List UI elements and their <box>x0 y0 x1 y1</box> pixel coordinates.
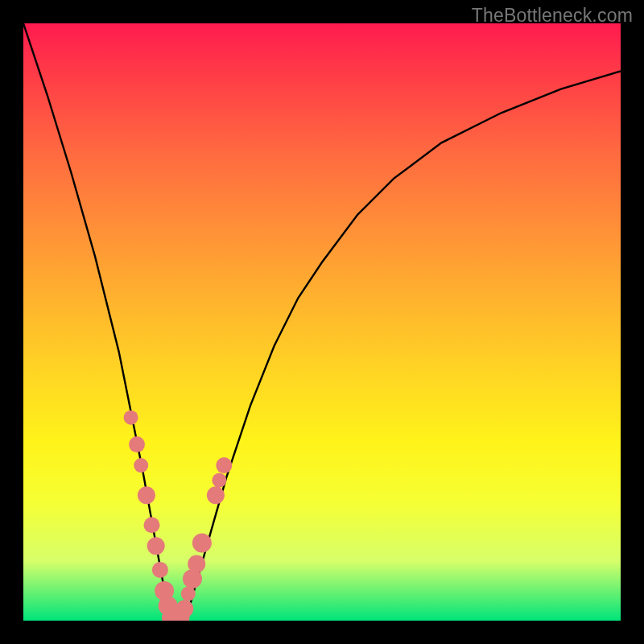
data-dot <box>152 562 168 578</box>
data-dot <box>144 517 160 533</box>
left-arm-dot-group <box>124 411 181 621</box>
right-arm-dot-group <box>170 457 232 621</box>
data-dot <box>138 486 155 504</box>
data-dot <box>181 587 196 601</box>
data-dot <box>192 534 212 553</box>
data-dot <box>124 411 138 425</box>
data-dot <box>129 436 145 452</box>
data-dot <box>188 555 205 573</box>
data-dot <box>134 458 148 473</box>
data-dot <box>216 457 232 473</box>
bottleneck-curve <box>23 23 621 621</box>
data-dot <box>212 473 226 488</box>
data-dot <box>147 537 165 555</box>
data-dot <box>175 600 193 617</box>
bottleneck-curve-svg <box>23 23 621 621</box>
chart-plot-area <box>23 23 621 621</box>
data-dot <box>207 486 225 504</box>
